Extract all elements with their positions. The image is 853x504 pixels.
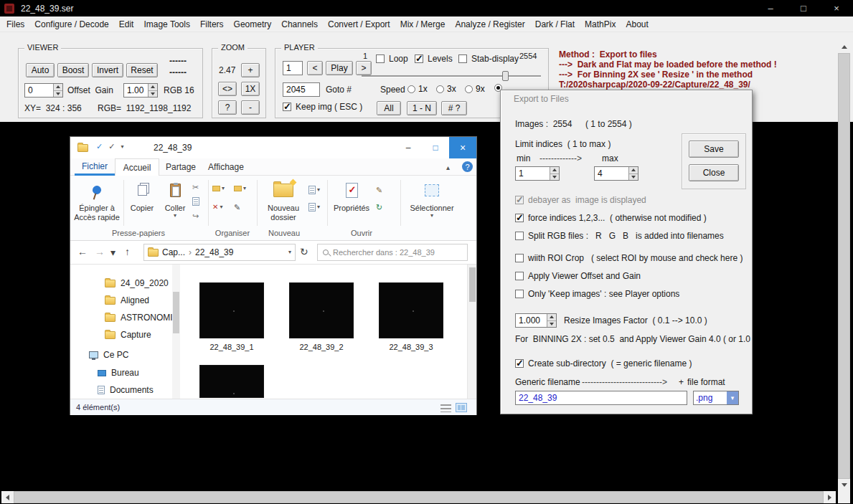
stab-checkbox-box[interactable] (458, 54, 467, 63)
sidebar-item-ce-pc[interactable]: Ce PC (89, 348, 128, 362)
refresh-icon[interactable]: ↻ (300, 246, 308, 257)
up-icon[interactable]: ↑ (125, 246, 130, 257)
min-spinner-arrows[interactable] (550, 167, 559, 180)
force-indices-checkbox-box[interactable] (515, 214, 524, 222)
only-keep-images-checkbox[interactable]: Only 'Keep images' : see Player options (515, 289, 679, 299)
offset-spinner[interactable]: 0 (24, 83, 63, 98)
tree-scrollbar[interactable] (172, 265, 180, 399)
cut-button[interactable]: ✂ (192, 183, 199, 192)
next-frame-button[interactable]: > (356, 61, 372, 75)
qat-properties-icon[interactable]: ✓ (96, 142, 103, 151)
only-keep-images-checkbox-box[interactable] (515, 290, 524, 298)
explorer-close-button[interactable]: × (449, 137, 476, 158)
maximize-button[interactable]: □ (787, 0, 820, 16)
reset-button[interactable]: Reset (126, 63, 158, 77)
new-folder-button[interactable]: Nouveau dossier (261, 179, 306, 236)
levels-checkbox-box[interactable] (415, 54, 423, 63)
easy-access-button[interactable]: ▾ (308, 203, 320, 211)
file-thumbnail-2[interactable] (289, 282, 354, 338)
file-thumbnail-1[interactable] (199, 282, 264, 338)
scroll-right-button[interactable] (824, 491, 836, 503)
explorer-maximize-button[interactable]: □ (422, 137, 449, 158)
files-scrollbar-thumb[interactable] (469, 267, 476, 302)
delete-button[interactable]: ✕▾ (212, 203, 222, 211)
breadcrumb-parent[interactable]: Cap... (162, 247, 185, 257)
menu-item-files[interactable]: Files (1, 17, 29, 32)
apply-offset-gain-checkbox[interactable]: Apply Viewer Offset and Gain (515, 271, 641, 281)
keep-img-checkbox-box[interactable] (283, 103, 291, 111)
save-button[interactable]: Save (689, 141, 739, 158)
tree-scrollbar-thumb[interactable] (173, 292, 179, 333)
close-button[interactable]: × (820, 0, 853, 16)
seek-slider[interactable] (362, 75, 541, 77)
qat-customize-icon[interactable]: ▾ (121, 144, 123, 150)
select-dropdown-icon[interactable]: ▾ (430, 213, 433, 219)
menu-item-edit[interactable]: Edit (114, 17, 139, 32)
menu-item-analyze-register[interactable]: Analyze / Register (450, 17, 529, 32)
close-dialog-button[interactable]: Close (689, 164, 739, 181)
max-spinner[interactable]: 4 (594, 166, 638, 181)
speed-1x-radio[interactable]: 1x (407, 84, 428, 94)
explorer-minimize-button[interactable]: – (395, 137, 422, 158)
sidebar-item-aligned[interactable]: Aligned (105, 293, 149, 308)
hash-button[interactable]: # ? (441, 101, 467, 115)
copy-button[interactable]: Copier (125, 179, 159, 236)
menu-item-channels[interactable]: Channels (276, 17, 323, 32)
breadcrumb-current[interactable]: 22_48_39 (195, 247, 233, 257)
select-button[interactable]: Sélectionner ▾ (405, 179, 459, 236)
split-rgb-checkbox-box[interactable] (515, 232, 524, 240)
new-item-button[interactable]: ▾ (308, 186, 320, 194)
pin-quick-access-button[interactable]: Épingler à Accès rapide (70, 179, 123, 236)
files-scrollbar[interactable] (467, 265, 476, 399)
prev-frame-button[interactable]: < (307, 61, 323, 75)
sidebar-item-24-09-2020[interactable]: 24_09_2020 (105, 276, 169, 290)
keep-img-checkbox[interactable]: Keep img ( ESC ) (283, 102, 362, 112)
gain-spinner[interactable]: 1.00 (123, 83, 158, 98)
forward-icon[interactable]: → (95, 246, 105, 257)
menu-item-about[interactable]: About (621, 17, 653, 32)
zoom-1x-button[interactable]: 1X (241, 82, 260, 96)
ribbon-collapse-icon[interactable]: ▴ (446, 163, 450, 171)
max-spinner-arrows[interactable] (628, 167, 638, 180)
menu-item-mathpix[interactable]: MathPix (580, 17, 621, 32)
goto-input[interactable]: 2045 (283, 82, 320, 97)
offset-spinner-arrows[interactable] (53, 84, 62, 97)
menu-item-convert-export[interactable]: Convert / Export (323, 17, 395, 32)
view-details-button[interactable] (440, 404, 451, 412)
force-indices-checkbox[interactable]: force indices 1,2,3... ( otherwise not m… (515, 213, 707, 223)
apply-offset-gain-checkbox-box[interactable] (515, 272, 524, 280)
view-thumbnails-button[interactable] (456, 403, 467, 412)
tab-affichage[interactable]: Affichage (202, 158, 250, 176)
paste-button[interactable]: Coller ▾ (159, 179, 191, 236)
help-icon[interactable]: ? (462, 161, 473, 172)
history-button[interactable]: ↻ (376, 203, 382, 212)
sidebar-item-astronomie[interactable]: ASTRONOMIE (105, 310, 179, 325)
invert-button[interactable]: Invert (92, 63, 123, 77)
format-dropdown-icon[interactable]: ▾ (727, 391, 738, 404)
min-spinner[interactable]: 1 (515, 166, 560, 181)
auto-button[interactable]: Auto (26, 63, 55, 77)
tab-fichier[interactable]: Fichier (75, 158, 115, 176)
zoom-in-button[interactable]: + (241, 63, 260, 77)
zoom-help-button[interactable]: ? (218, 100, 237, 115)
scroll-down-button[interactable] (838, 479, 850, 491)
stab-display-checkbox[interactable]: Stab-display (458, 54, 519, 64)
menu-item-image-tools[interactable]: Image Tools (138, 17, 194, 32)
menu-item-filters[interactable]: Filters (195, 17, 229, 32)
properties-button[interactable]: Propriétés (330, 179, 373, 236)
speed-1x-radio-dot[interactable] (407, 85, 415, 93)
copy-path-button[interactable] (192, 197, 199, 206)
menu-item-configure-decode[interactable]: Configure / Decode (29, 17, 113, 32)
edit-button[interactable]: ✎ (376, 186, 382, 195)
rename-button[interactable]: ✎ (234, 203, 240, 212)
horizontal-scrollbar-thumb[interactable] (14, 491, 824, 503)
zoom-out-button[interactable]: - (241, 100, 260, 115)
goto-button[interactable]: Goto # (326, 85, 352, 95)
tab-accueil[interactable]: Accueil (115, 158, 159, 176)
paste-shortcut-button[interactable]: ↪ (192, 211, 199, 221)
speed-9x-radio[interactable]: 9x (465, 84, 485, 94)
sidebar-item-documents[interactable]: Documents (98, 383, 154, 397)
boost-button[interactable]: Boost (57, 63, 89, 77)
file-name-2[interactable]: 22_48_39_2 (289, 343, 354, 351)
vertical-scrollbar-thumb[interactable] (838, 53, 850, 479)
